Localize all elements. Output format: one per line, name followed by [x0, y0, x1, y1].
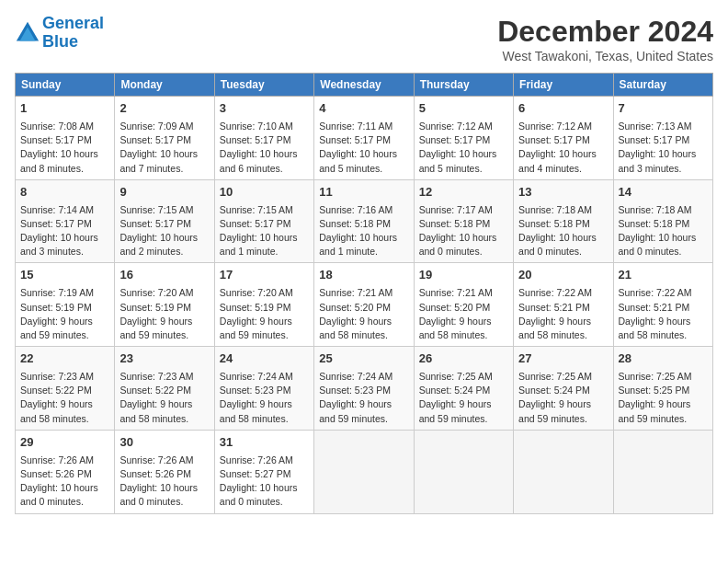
day-info-line: and 58 minutes.	[518, 328, 608, 342]
day-info-line: and 0 minutes.	[20, 495, 109, 509]
logo-line1: General	[42, 14, 104, 32]
day-info-line: and 59 minutes.	[518, 412, 608, 426]
day-info-line: Sunrise: 7:21 AM	[319, 286, 408, 300]
logo-icon	[15, 20, 40, 46]
calendar-week-4: 22Sunrise: 7:23 AMSunset: 5:22 PMDayligh…	[16, 347, 713, 431]
day-info-line: Sunset: 5:26 PM	[20, 467, 109, 481]
day-info-line: Daylight: 10 hours	[619, 231, 708, 245]
day-info-line: and 7 minutes.	[119, 162, 209, 176]
day-info-line: Daylight: 9 hours	[319, 315, 408, 328]
title-block: December 2024 West Tawakoni, Texas, Unit…	[497, 15, 713, 63]
day-info-line: Daylight: 10 hours	[119, 147, 209, 161]
day-number: 9	[119, 184, 209, 201]
day-number: 28	[619, 350, 708, 368]
day-info-line: Sunrise: 7:14 AM	[20, 203, 109, 217]
day-number: 6	[518, 100, 608, 118]
calendar-cell: 26Sunrise: 7:25 AMSunset: 5:24 PMDayligh…	[414, 347, 513, 431]
day-number: 1	[20, 100, 109, 118]
day-info-line: Daylight: 10 hours	[419, 147, 508, 161]
day-info-line: Sunrise: 7:22 AM	[619, 286, 708, 300]
day-info-line: Sunrise: 7:10 AM	[220, 120, 309, 133]
day-number: 24	[220, 350, 309, 368]
day-info-line: Sunset: 5:17 PM	[220, 133, 309, 147]
day-info-line: Sunrise: 7:18 AM	[518, 203, 608, 217]
day-info-line: and 4 minutes.	[518, 162, 608, 176]
day-number: 26	[419, 350, 508, 368]
day-info-line: Sunrise: 7:26 AM	[20, 454, 109, 467]
day-number: 13	[518, 184, 608, 201]
day-info-line: and 58 minutes.	[419, 328, 508, 342]
day-info-line: Sunrise: 7:25 AM	[619, 370, 708, 384]
day-info-line: Sunset: 5:27 PM	[220, 467, 309, 481]
day-info-line: Sunrise: 7:13 AM	[619, 120, 708, 133]
day-info-line: and 58 minutes.	[319, 328, 408, 342]
day-number: 21	[619, 267, 708, 284]
day-info-line: and 0 minutes.	[419, 245, 508, 259]
day-info-line: Daylight: 9 hours	[20, 315, 109, 328]
day-info-line: Daylight: 9 hours	[419, 315, 508, 328]
day-info-line: Sunset: 5:21 PM	[619, 301, 708, 315]
day-info-line: Sunset: 5:17 PM	[518, 133, 608, 147]
day-number: 19	[419, 267, 508, 284]
calendar-cell: 24Sunrise: 7:24 AMSunset: 5:23 PMDayligh…	[214, 347, 313, 431]
day-info-line: and 5 minutes.	[419, 162, 508, 176]
logo-line2: Blue	[42, 32, 78, 51]
calendar-cell: 1Sunrise: 7:08 AMSunset: 5:17 PMDaylight…	[16, 97, 115, 180]
day-info-line: Sunset: 5:17 PM	[20, 217, 109, 231]
day-info-line: Daylight: 10 hours	[419, 231, 508, 245]
day-info-line: Sunset: 5:22 PM	[20, 384, 109, 397]
day-info-line: Sunset: 5:23 PM	[319, 384, 408, 397]
logo: General Blue	[15, 15, 104, 52]
day-number: 15	[20, 267, 109, 284]
day-info-line: Daylight: 10 hours	[319, 231, 408, 245]
day-info-line: Sunrise: 7:24 AM	[220, 370, 309, 384]
calendar-cell: 2Sunrise: 7:09 AMSunset: 5:17 PMDaylight…	[115, 97, 214, 180]
calendar-week-3: 15Sunrise: 7:19 AMSunset: 5:19 PMDayligh…	[16, 263, 713, 347]
day-info-line: and 3 minutes.	[619, 162, 708, 176]
day-info-line: Sunset: 5:17 PM	[619, 133, 708, 147]
day-info-line: Sunset: 5:17 PM	[419, 133, 508, 147]
month-title: December 2024	[497, 15, 713, 49]
day-info-line: Sunset: 5:18 PM	[419, 217, 508, 231]
day-number: 7	[619, 100, 708, 118]
day-number: 4	[319, 100, 408, 118]
calendar-cell: 15Sunrise: 7:19 AMSunset: 5:19 PMDayligh…	[16, 263, 115, 347]
calendar-cell: 20Sunrise: 7:22 AMSunset: 5:21 PMDayligh…	[514, 263, 613, 347]
day-info-line: Sunrise: 7:15 AM	[220, 203, 309, 217]
day-number: 2	[119, 100, 209, 118]
day-info-line: and 59 minutes.	[419, 412, 508, 426]
day-number: 12	[419, 184, 508, 201]
day-number: 27	[518, 350, 608, 368]
day-number: 25	[319, 350, 408, 368]
weekday-wednesday: Wednesday	[314, 74, 414, 97]
calendar-cell	[314, 430, 414, 513]
calendar-cell: 23Sunrise: 7:23 AMSunset: 5:22 PMDayligh…	[115, 347, 214, 431]
day-info-line: Sunset: 5:17 PM	[20, 133, 109, 147]
day-info-line: Sunrise: 7:20 AM	[119, 286, 209, 300]
calendar-cell: 27Sunrise: 7:25 AMSunset: 5:24 PMDayligh…	[514, 347, 613, 431]
day-info-line: Daylight: 10 hours	[119, 231, 209, 245]
weekday-tuesday: Tuesday	[214, 74, 313, 97]
day-info-line: Sunrise: 7:26 AM	[220, 454, 309, 467]
calendar-cell	[514, 430, 613, 513]
day-info-line: Sunset: 5:18 PM	[319, 217, 408, 231]
day-info-line: Sunrise: 7:19 AM	[20, 286, 109, 300]
day-number: 8	[20, 184, 109, 201]
day-info-line: and 58 minutes.	[119, 412, 209, 426]
day-info-line: Sunrise: 7:16 AM	[319, 203, 408, 217]
day-info-line: Sunset: 5:25 PM	[619, 384, 708, 397]
day-info-line: and 59 minutes.	[619, 412, 708, 426]
calendar-cell: 18Sunrise: 7:21 AMSunset: 5:20 PMDayligh…	[314, 263, 414, 347]
day-info-line: Daylight: 9 hours	[619, 397, 708, 411]
day-info-line: Sunset: 5:17 PM	[119, 133, 209, 147]
calendar-cell: 14Sunrise: 7:18 AMSunset: 5:18 PMDayligh…	[613, 179, 712, 263]
day-info-line: Daylight: 10 hours	[20, 481, 109, 495]
day-info-line: Sunset: 5:20 PM	[319, 301, 408, 315]
day-number: 29	[20, 434, 109, 452]
weekday-friday: Friday	[514, 74, 613, 97]
day-number: 14	[619, 184, 708, 201]
logo-text: General Blue	[42, 15, 104, 52]
day-info-line: Daylight: 10 hours	[220, 147, 309, 161]
day-info-line: Sunrise: 7:26 AM	[119, 454, 209, 467]
day-info-line: Daylight: 9 hours	[20, 397, 109, 411]
